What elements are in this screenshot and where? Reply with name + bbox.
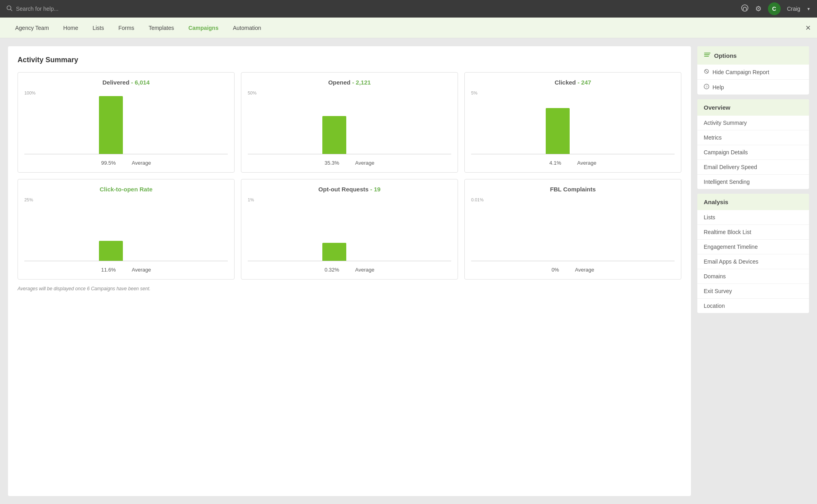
chart-opened: Opened - 2,121 50% 35.3% Avera bbox=[241, 72, 458, 173]
overview-title: Overview bbox=[704, 104, 730, 111]
chart-cto-labels: 11.6% Average bbox=[24, 264, 228, 273]
svg-rect-3 bbox=[743, 9, 744, 10]
nav-item-automation[interactable]: Automation bbox=[226, 18, 268, 38]
chart-optout-title: Opt-out Requests - 19 bbox=[248, 186, 451, 193]
chart-cto-avg-label: Average bbox=[132, 267, 151, 273]
chart-fbl-avg-label: Average bbox=[575, 267, 594, 273]
main-nav: Agency Team Home Lists Forms Templates C… bbox=[0, 18, 817, 38]
bar-fbl-value bbox=[546, 197, 570, 261]
chart-cto-ylabel: 25% bbox=[24, 197, 33, 202]
chart-delivered-labels: 99.5% Average bbox=[24, 158, 228, 166]
bar-opened-value bbox=[322, 91, 346, 154]
bar-cto-avg bbox=[129, 197, 153, 261]
chart-delivered-ylabel: 100% bbox=[24, 91, 36, 95]
chart-clicked-labels: 4.1% Average bbox=[471, 158, 675, 166]
user-dropdown-icon[interactable]: ▼ bbox=[807, 7, 811, 11]
overview-header: Overview bbox=[697, 99, 809, 116]
chart-fbl-ylabel: 0.01% bbox=[471, 197, 483, 202]
options-header: Options bbox=[697, 46, 809, 65]
chart-delivered-value-label: 99.5% bbox=[101, 160, 116, 166]
chart-optout: Opt-out Requests - 19 1% 0.32% bbox=[241, 179, 458, 280]
chart-opened-area: 50% bbox=[248, 91, 451, 154]
chart-optout-area: 1% bbox=[248, 197, 451, 261]
bar-optout-value bbox=[322, 197, 346, 261]
sidebar-item-domains[interactable]: Domains bbox=[697, 269, 809, 284]
svg-rect-4 bbox=[746, 9, 747, 10]
search-placeholder: Search for help... bbox=[16, 6, 59, 12]
chart-clicked-area: 5% bbox=[471, 91, 675, 154]
sidebar-item-email-apps-devices[interactable]: Email Apps & Devices bbox=[697, 254, 809, 269]
analysis-card: Analysis Lists Realtime Block List Engag… bbox=[697, 194, 809, 313]
chart-fbl: FBL Complaints 0.01% 0% Averag bbox=[464, 179, 681, 280]
options-items: Hide Campaign Report ? Help bbox=[697, 65, 809, 94]
chart-opened-title: Opened - 2,121 bbox=[248, 79, 451, 86]
nav-item-forms[interactable]: Forms bbox=[111, 18, 142, 38]
username-label: Craig bbox=[787, 6, 800, 12]
chart-optout-avg-label: Average bbox=[355, 267, 374, 273]
chart-opened-ylabel: 50% bbox=[248, 91, 257, 95]
footer-note: Averages will be displayed once 6 Campai… bbox=[18, 286, 681, 291]
section-title: Activity Summary bbox=[18, 56, 681, 64]
bar-clicked-value bbox=[546, 91, 570, 154]
sidebar-item-campaign-details[interactable]: Campaign Details bbox=[697, 145, 809, 160]
search-icon bbox=[6, 5, 13, 13]
sidebar-item-realtime-block-list[interactable]: Realtime Block List bbox=[697, 225, 809, 240]
sidebar-item-metrics[interactable]: Metrics bbox=[697, 130, 809, 145]
chart-opened-avg-label: Average bbox=[355, 160, 374, 166]
svg-point-2 bbox=[742, 5, 748, 11]
chart-delivered-area: 100% bbox=[24, 91, 228, 154]
options-card: Options Hide Campaign Report bbox=[697, 46, 809, 94]
bar-fbl-avg bbox=[576, 197, 600, 261]
sidebar-item-engagement-timeline[interactable]: Engagement Timeline bbox=[697, 240, 809, 254]
top-bar-right: ⚙ C Craig ▼ bbox=[741, 2, 811, 15]
bar-delivered-value bbox=[99, 91, 123, 154]
sidebar-item-lists[interactable]: Lists bbox=[697, 210, 809, 225]
main-content: Activity Summary Delivered - 6,014 100% bbox=[8, 46, 691, 496]
sidebar-item-exit-survey[interactable]: Exit Survey bbox=[697, 284, 809, 299]
hide-report-icon bbox=[704, 69, 709, 75]
nav-item-templates[interactable]: Templates bbox=[141, 18, 181, 38]
svg-text:?: ? bbox=[705, 85, 707, 89]
charts-grid-row2: Click-to-open Rate 25% 11.6% A bbox=[18, 179, 681, 280]
chart-fbl-labels: 0% Average bbox=[471, 264, 675, 273]
options-icon bbox=[704, 51, 711, 60]
bar-opened-avg bbox=[353, 91, 377, 154]
nav-item-lists[interactable]: Lists bbox=[85, 18, 111, 38]
chart-optout-labels: 0.32% Average bbox=[248, 264, 451, 273]
bar-clicked-avg bbox=[576, 91, 600, 154]
sidebar-item-intelligent-sending[interactable]: Intelligent Sending bbox=[697, 175, 809, 189]
chart-optout-value-label: 0.32% bbox=[324, 267, 339, 273]
chart-cto-title: Click-to-open Rate bbox=[24, 186, 228, 193]
svg-line-9 bbox=[705, 70, 708, 73]
overview-items: Activity Summary Metrics Campaign Detail… bbox=[697, 116, 809, 189]
option-hide-report[interactable]: Hide Campaign Report bbox=[697, 65, 809, 80]
chart-cto-area: 25% bbox=[24, 197, 228, 261]
chart-delivered-title: Delivered - 6,014 bbox=[24, 79, 228, 86]
chart-fbl-title: FBL Complaints bbox=[471, 186, 675, 193]
nav-item-home[interactable]: Home bbox=[56, 18, 85, 38]
hide-report-label: Hide Campaign Report bbox=[712, 69, 769, 75]
sidebar-item-location[interactable]: Location bbox=[697, 299, 809, 313]
bar-cto-value bbox=[99, 197, 123, 261]
options-title: Options bbox=[714, 52, 737, 59]
sidebar-item-activity-summary[interactable]: Activity Summary bbox=[697, 116, 809, 130]
nav-item-campaigns[interactable]: Campaigns bbox=[181, 18, 225, 38]
chart-clicked: Clicked - 247 5% 4.1% Average bbox=[464, 72, 681, 173]
top-bar: Search for help... ⚙ C Craig ▼ bbox=[0, 0, 817, 18]
chart-delivered-avg-label: Average bbox=[132, 160, 151, 166]
headset-icon[interactable] bbox=[741, 4, 749, 14]
overview-card: Overview Activity Summary Metrics Campai… bbox=[697, 99, 809, 189]
chart-optout-ylabel: 1% bbox=[248, 197, 254, 202]
chart-clicked-value-label: 4.1% bbox=[549, 160, 561, 166]
sidebar-item-email-delivery-speed[interactable]: Email Delivery Speed bbox=[697, 160, 809, 175]
svg-line-1 bbox=[11, 9, 12, 11]
analysis-items: Lists Realtime Block List Engagement Tim… bbox=[697, 210, 809, 313]
settings-icon[interactable]: ⚙ bbox=[755, 4, 762, 13]
option-help[interactable]: ? Help bbox=[697, 80, 809, 94]
search-box[interactable]: Search for help... bbox=[6, 5, 736, 13]
analysis-title: Analysis bbox=[704, 199, 728, 205]
nav-item-agency-team[interactable]: Agency Team bbox=[8, 18, 56, 38]
close-button[interactable]: × bbox=[805, 23, 811, 33]
analysis-header: Analysis bbox=[697, 194, 809, 210]
chart-cto-value-label: 11.6% bbox=[101, 267, 116, 273]
